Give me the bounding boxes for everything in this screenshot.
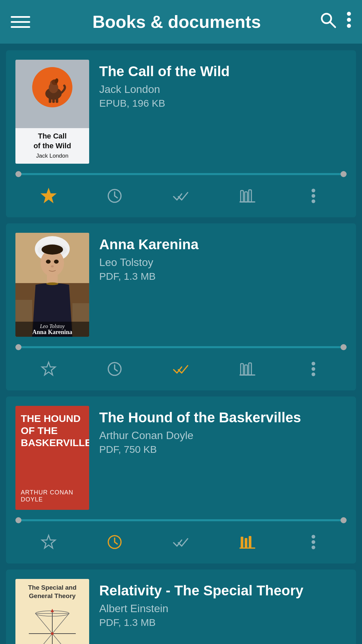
book-card-top: Leo Tolstoy Anna Karenina Anna Karenina … — [6, 223, 356, 337]
svg-rect-11 — [49, 97, 51, 103]
svg-point-49 — [312, 362, 315, 366]
svg-rect-58 — [249, 536, 251, 548]
svg-point-23 — [312, 194, 315, 198]
favorite-button[interactable] — [35, 529, 62, 555]
bookshelf-button[interactable] — [234, 356, 261, 382]
book-cover[interactable]: The Special and General Theory — [15, 579, 89, 644]
page-title: Books & documents — [34, 12, 319, 32]
book-author: Jack London — [99, 83, 347, 96]
book-card: The Special and General Theory — [6, 570, 356, 644]
svg-rect-56 — [241, 537, 243, 548]
svg-rect-20 — [249, 190, 251, 202]
favorite-button[interactable] — [35, 356, 62, 382]
book-actions — [6, 521, 356, 564]
progress-section — [6, 337, 356, 348]
book-title[interactable]: Anna Karenina — [99, 236, 347, 253]
svg-line-44 — [115, 369, 117, 371]
book-actions — [6, 175, 356, 217]
cover-illustration — [25, 607, 79, 644]
book-meta: PDF, 1.3 MB — [99, 617, 347, 628]
svg-line-55 — [115, 542, 117, 544]
svg-point-24 — [312, 200, 315, 203]
book-title[interactable]: The Call of the Wild — [99, 63, 347, 80]
cover-illustration: Leo Tolstoy Anna Karenina — [15, 233, 89, 337]
svg-rect-19 — [245, 192, 247, 202]
svg-point-62 — [312, 546, 315, 549]
book-title[interactable]: The Hound of the Baskervilles — [99, 409, 347, 426]
progress-dot-left — [15, 344, 21, 350]
svg-point-32 — [54, 260, 59, 264]
svg-rect-47 — [249, 363, 251, 375]
favorite-button[interactable] — [35, 182, 62, 209]
cover-author: ARTHUR CONANDOYLE — [21, 489, 73, 503]
bookshelf-button[interactable] — [234, 529, 261, 555]
book-list: The Callof the WildJack London The Call … — [0, 44, 362, 644]
read-status-button[interactable] — [168, 182, 194, 209]
svg-point-60 — [312, 535, 315, 539]
svg-point-2 — [347, 12, 351, 16]
svg-point-31 — [46, 260, 51, 264]
book-cover[interactable]: THE HOUNDOF THEBASKERVILLES ARTHUR CONAN… — [15, 406, 89, 510]
svg-rect-13 — [56, 97, 58, 103]
progress-dot-right — [341, 171, 347, 177]
book-actions — [6, 348, 356, 390]
progress-bar — [15, 346, 347, 348]
book-card: The Callof the WildJack London The Call … — [6, 50, 356, 217]
svg-point-3 — [347, 18, 351, 22]
book-info: The Hound of the Baskervilles Arthur Con… — [99, 406, 347, 510]
svg-marker-68 — [51, 609, 54, 612]
bookshelf-button[interactable] — [234, 182, 261, 209]
progress-bar — [15, 519, 347, 521]
svg-point-10 — [54, 83, 57, 85]
reading-time-button[interactable] — [101, 356, 128, 382]
more-button[interactable] — [300, 356, 327, 382]
book-title[interactable]: Relativity - The Special Theory — [99, 582, 347, 599]
book-meta: EPUB, 196 KB — [99, 98, 347, 109]
book-card: THE HOUNDOF THEBASKERVILLES ARTHUR CONAN… — [6, 396, 356, 564]
book-cover[interactable]: The Callof the WildJack London — [15, 60, 89, 164]
book-cover[interactable]: Leo Tolstoy Anna Karenina — [15, 233, 89, 337]
svg-rect-57 — [245, 538, 247, 548]
svg-point-51 — [312, 373, 315, 376]
search-icon[interactable] — [319, 11, 337, 33]
svg-marker-41 — [42, 362, 55, 375]
header-actions — [319, 11, 351, 33]
book-card-top: The Callof the WildJack London The Call … — [6, 50, 356, 164]
svg-line-1 — [330, 22, 335, 27]
svg-point-33 — [51, 265, 54, 267]
book-author: Albert Einstein — [99, 602, 347, 615]
more-button[interactable] — [300, 529, 327, 555]
book-card-top: THE HOUNDOF THEBASKERVILLES ARTHUR CONAN… — [6, 396, 356, 510]
cover-title: The Special and General Theory — [19, 584, 86, 600]
book-meta: PDF, 750 KB — [99, 444, 347, 455]
book-info: The Call of the Wild Jack London EPUB, 1… — [99, 60, 347, 164]
svg-point-30 — [42, 245, 63, 255]
read-status-button[interactable] — [168, 356, 194, 382]
svg-point-4 — [347, 24, 351, 28]
svg-rect-46 — [245, 365, 247, 375]
progress-section — [6, 164, 356, 175]
header: Books & documents — [0, 0, 362, 44]
reading-time-button[interactable] — [101, 182, 128, 209]
book-author: Arthur Conan Doyle — [99, 429, 347, 442]
svg-text:Anna Karenina: Anna Karenina — [32, 329, 72, 335]
cover-illustration — [39, 73, 69, 103]
progress-dot-left — [15, 517, 21, 523]
book-card: Leo Tolstoy Anna Karenina Anna Karenina … — [6, 223, 356, 390]
more-button[interactable] — [300, 182, 327, 209]
progress-bar — [15, 173, 347, 175]
book-info: Anna Karenina Leo Tolstoy PDF, 1.3 MB — [99, 233, 347, 337]
more-options-icon[interactable] — [347, 11, 351, 33]
cover-text: The Callof the WildJack London — [15, 128, 89, 164]
svg-point-22 — [312, 189, 315, 193]
book-info: Relativity - The Special Theory Albert E… — [99, 579, 347, 644]
svg-rect-45 — [241, 364, 243, 375]
progress-dot-right — [341, 344, 347, 350]
book-author: Leo Tolstoy — [99, 256, 347, 269]
read-status-button[interactable] — [168, 529, 194, 555]
book-card-top: The Special and General Theory — [6, 570, 356, 644]
reading-time-button[interactable] — [101, 529, 128, 555]
svg-rect-18 — [241, 191, 243, 202]
menu-icon[interactable] — [11, 16, 34, 28]
cover-title: THE HOUNDOF THEBASKERVILLES — [21, 413, 84, 449]
